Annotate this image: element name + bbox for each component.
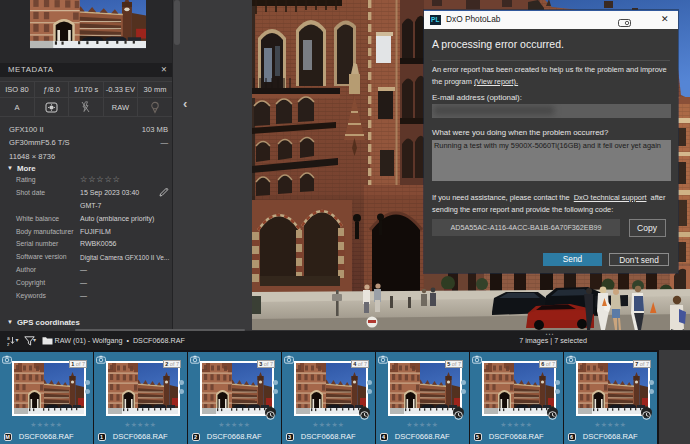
svg-text:z: z: [7, 341, 10, 347]
